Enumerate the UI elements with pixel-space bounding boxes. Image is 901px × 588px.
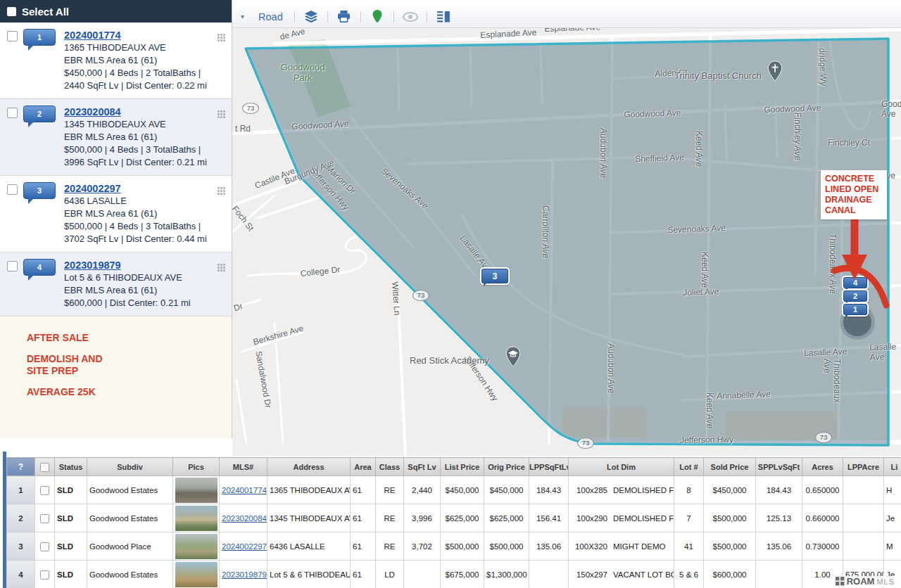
col-class[interactable]: Class bbox=[376, 458, 404, 476]
listing-checkbox[interactable] bbox=[7, 108, 18, 118]
pics-cell[interactable] bbox=[173, 561, 220, 588]
mls-link[interactable]: 2024001774 bbox=[64, 30, 121, 41]
listing-checkbox[interactable] bbox=[7, 261, 18, 271]
subdiv-cell: Goodwood Place bbox=[87, 532, 173, 561]
table-row[interactable]: 3 SLD Goodwood Place 2024002297 6436 LAS… bbox=[7, 532, 901, 561]
listing-number-badge: 3 bbox=[23, 182, 56, 199]
row-checkbox[interactable] bbox=[40, 542, 49, 551]
col-subdiv[interactable]: Subdiv bbox=[87, 458, 173, 476]
listing-photo[interactable] bbox=[175, 478, 218, 503]
area-cell: 61 bbox=[351, 561, 376, 588]
orig-price-cell: $625,000 bbox=[484, 504, 529, 532]
map-marker-3[interactable]: 3 bbox=[481, 269, 508, 283]
col-sold-price[interactable]: Sold Price bbox=[704, 458, 756, 476]
select-all-bar[interactable]: Select All bbox=[0, 0, 232, 23]
lot-dim-cell: 100X320MIGHT DEMO bbox=[569, 532, 674, 561]
col-pics[interactable]: Pics bbox=[173, 458, 220, 476]
map-marker-2[interactable]: 2 bbox=[843, 290, 867, 302]
class-cell: RE bbox=[376, 532, 404, 561]
print-icon[interactable] bbox=[335, 9, 353, 25]
col-area[interactable]: Area bbox=[351, 458, 376, 476]
drag-handle-icon[interactable] bbox=[218, 187, 225, 195]
subdiv-cell: Goodwood Estates bbox=[87, 476, 173, 504]
col-li[interactable]: Li bbox=[884, 458, 901, 476]
select-all-rows-checkbox[interactable] bbox=[40, 463, 49, 472]
drag-handle-icon[interactable] bbox=[218, 34, 225, 41]
listing-card[interactable]: 4 2023019879 Lot 5 & 6 THIBODEAUX AVEEBR… bbox=[0, 253, 232, 317]
table-row[interactable]: 4 SLD Goodwood Estates 2023019879 Lot 5 … bbox=[7, 561, 901, 588]
listing-photo[interactable] bbox=[175, 506, 218, 531]
col-list-price[interactable]: List Price bbox=[441, 458, 484, 476]
col-address[interactable]: Address bbox=[267, 458, 351, 476]
map-pin-icon[interactable] bbox=[368, 9, 386, 25]
mls-link[interactable]: 2024002297 bbox=[222, 542, 267, 551]
listing-photo[interactable] bbox=[175, 534, 218, 559]
map-canvas[interactable]: Esplanade AveEsplanade Avede Avet RdGood… bbox=[232, 28, 901, 456]
listing-card[interactable]: 1 2024001774 1365 THIBODEAUX AVEEBR MLS … bbox=[0, 23, 232, 99]
col-lot-dim[interactable]: Lot Dim bbox=[569, 458, 674, 476]
row-checkbox[interactable] bbox=[40, 514, 49, 523]
layers-icon[interactable] bbox=[302, 9, 320, 25]
col-acres[interactable]: Acres bbox=[802, 458, 843, 476]
mls-link[interactable]: 2023020084 bbox=[222, 514, 267, 523]
row-checkbox[interactable] bbox=[40, 570, 49, 580]
listing-checkbox[interactable] bbox=[7, 184, 18, 195]
mls-link[interactable]: 2023019879 bbox=[64, 260, 121, 271]
sidebar-notes: AFTER SALEDEMOLISH AND SITE PREPAVERAGE … bbox=[0, 317, 232, 398]
chevron-down-icon[interactable]: ▾ bbox=[238, 11, 247, 22]
list-price-cell: $500,000 bbox=[441, 532, 484, 561]
drag-handle-icon[interactable] bbox=[218, 264, 225, 271]
pics-cell[interactable] bbox=[173, 532, 220, 561]
row-checkbox-cell bbox=[35, 532, 55, 561]
listing-card[interactable]: 3 2024002297 6436 LASALLEEBR MLS Area 61… bbox=[0, 176, 232, 253]
area-cell: 61 bbox=[351, 476, 376, 504]
col-mls[interactable]: MLS# bbox=[220, 458, 267, 476]
sqft-cell: 2,440 bbox=[404, 476, 441, 504]
map-style-road-button[interactable]: Road bbox=[254, 11, 287, 23]
lpp-cell: 156.41 bbox=[529, 504, 569, 532]
listing-details: 6436 LASALLEEBR MLS Area 61 (61)$500,000… bbox=[64, 195, 225, 245]
col-lppacre[interactable]: LPPAcre bbox=[843, 458, 884, 476]
listing-checkbox[interactable] bbox=[7, 31, 18, 41]
listing-card[interactable]: 2 2023020084 1345 THIBODEAUX AVEEBR MLS … bbox=[0, 99, 232, 176]
mls-link[interactable]: 2024001774 bbox=[222, 486, 267, 494]
map-toolbar: ▾ Road bbox=[232, 6, 901, 28]
status-cell: SLD bbox=[55, 561, 87, 588]
toolbar-divider bbox=[360, 11, 361, 23]
col-status[interactable]: Status bbox=[55, 458, 87, 476]
spplv-cell: 135.06 bbox=[756, 532, 802, 561]
col-lppsqftlv[interactable]: LPPSqFtLv bbox=[529, 458, 569, 476]
listing-photo[interactable] bbox=[175, 562, 218, 587]
grid-settings-button[interactable]: ? bbox=[7, 458, 35, 476]
lot-note: DEMOLISHED FOR LAND bbox=[613, 486, 674, 494]
subdiv-cell: Goodwood Estates bbox=[87, 561, 173, 588]
toolbar-divider bbox=[294, 11, 295, 23]
mls-link[interactable]: 2023019879 bbox=[222, 570, 267, 579]
header-checkbox-cell bbox=[35, 458, 55, 476]
col-sqft[interactable]: SqFt Lv bbox=[404, 458, 441, 476]
col-spplvsqft[interactable]: SPPLvSqFt bbox=[756, 458, 802, 476]
map-marker-1[interactable]: 1 bbox=[843, 304, 867, 315]
mls-link[interactable]: 2023020084 bbox=[64, 106, 121, 117]
listing-number-badge: 1 bbox=[23, 29, 56, 46]
map-marker-4[interactable]: 4 bbox=[843, 277, 867, 288]
toolbar-divider bbox=[393, 11, 394, 23]
row-checkbox[interactable] bbox=[40, 486, 49, 495]
list-columns-icon[interactable] bbox=[434, 9, 453, 25]
select-all-checkbox[interactable] bbox=[7, 7, 16, 16]
eye-icon[interactable] bbox=[401, 9, 420, 25]
row-number: 2 bbox=[7, 504, 35, 532]
toolbar-divider bbox=[327, 11, 328, 23]
row-number: 3 bbox=[7, 532, 35, 561]
table-row[interactable]: 2 SLD Goodwood Estates 2023020084 1345 T… bbox=[7, 504, 901, 532]
drag-handle-icon[interactable] bbox=[218, 110, 225, 118]
col-orig-price[interactable]: Orig Price bbox=[484, 458, 529, 476]
toolbar-divider bbox=[427, 11, 427, 23]
table-row[interactable]: 1 SLD Goodwood Estates 2024001774 1365 T… bbox=[7, 476, 901, 504]
mls-link[interactable]: 2024002297 bbox=[64, 183, 121, 194]
pics-cell[interactable] bbox=[173, 476, 220, 504]
pics-cell[interactable] bbox=[173, 504, 220, 532]
li-cell: M bbox=[884, 532, 901, 561]
status-cell: SLD bbox=[55, 476, 87, 504]
col-lot-num[interactable]: Lot # bbox=[674, 458, 704, 476]
